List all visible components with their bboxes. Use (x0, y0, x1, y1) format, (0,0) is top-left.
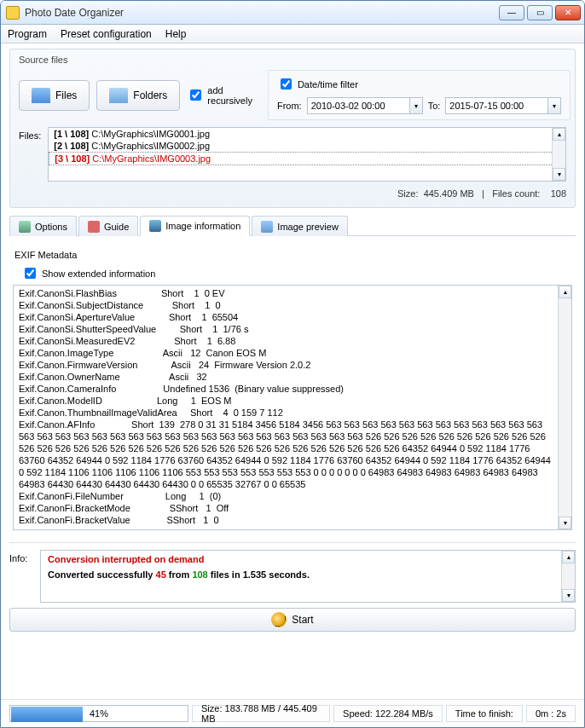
to-label: To: (428, 101, 441, 111)
status-bar: 41% Size: 183.788 MB / 445.409 MB Speed:… (1, 699, 584, 727)
add-recursively-checkbox[interactable]: add recursively (187, 85, 252, 106)
scrollbar[interactable]: ▴ ▾ (561, 551, 575, 602)
info-line-2: Converted successfully 45 from 108 files… (48, 569, 558, 580)
folders-button-label: Folders (133, 90, 167, 101)
menu-program[interactable]: Program (8, 28, 47, 40)
preview-icon (261, 221, 273, 233)
image-icon (149, 220, 161, 232)
scroll-down-icon[interactable]: ▾ (562, 589, 575, 602)
progress-text: 41% (10, 708, 188, 719)
list-item[interactable]: [3 \ 108] C:\MyGraphics\IMG0003.jpg (49, 152, 565, 165)
tab-options[interactable]: Options (9, 216, 77, 236)
source-stats: Size: 445.409 MB | Files count: 108 (19, 188, 566, 199)
wrench-icon (19, 221, 31, 233)
close-button[interactable]: ✕ (555, 5, 581, 20)
info-line-1: Conversion interrupted on demand (48, 554, 558, 564)
radiation-icon (271, 612, 287, 627)
files-list-label: Files: (19, 127, 41, 182)
status-speed: Speed: 122.284 MB/s (333, 705, 443, 722)
minimize-button[interactable]: — (499, 5, 524, 20)
menu-preset[interactable]: Preset configuration (61, 28, 152, 40)
tab-guide[interactable]: Guide (78, 216, 138, 236)
datetime-filter-checkbox[interactable]: Date/time filter (277, 76, 561, 92)
tab-image-information[interactable]: Image information (140, 216, 250, 236)
source-files-group: Source files Files Folders add recursive… (9, 49, 576, 208)
exif-text-area[interactable]: Exif.CanonSi.FlashBias Short 1 0 EV Exif… (13, 285, 572, 530)
status-ttf-label: Time to finish: (446, 705, 523, 722)
list-item[interactable]: [1 \ 108] C:\MyGraphics\IMG0001.jpg (49, 128, 565, 140)
window-title: Photo Date Organizer (25, 7, 499, 19)
menubar: Program Preset configuration Help (1, 25, 584, 43)
scrollbar[interactable]: ▴ ▾ (552, 128, 565, 181)
from-date-input[interactable] (307, 97, 409, 114)
exif-content: Exif.CanonSi.FlashBias Short 1 0 EV Exif… (19, 287, 554, 526)
from-date-dropdown[interactable]: ▾ (409, 97, 423, 114)
image-information-panel: EXIF Metadata Show extended information … (9, 241, 576, 535)
list-item[interactable]: [2 \ 108] C:\MyGraphics\IMG0002.jpg (49, 140, 565, 152)
progress-bar: 41% (9, 705, 188, 722)
file-icon (32, 88, 50, 103)
to-date-input[interactable] (445, 97, 547, 114)
scrollbar[interactable]: ▴ ▾ (558, 286, 571, 529)
folder-icon (109, 88, 128, 103)
scroll-up-icon[interactable]: ▴ (562, 551, 575, 563)
info-log[interactable]: Conversion interrupted on demand Convert… (40, 550, 576, 603)
datetime-filter-panel: Date/time filter From: ▾ To: ▾ (268, 70, 571, 120)
files-button[interactable]: Files (19, 80, 90, 111)
info-section: Info: Conversion interrupted on demand C… (9, 550, 576, 603)
scroll-up-icon[interactable]: ▴ (559, 286, 571, 298)
source-files-label: Source files (19, 55, 566, 65)
start-button-label: Start (292, 614, 313, 626)
tab-image-preview[interactable]: Image preview (252, 216, 348, 236)
maximize-button[interactable]: ▭ (527, 5, 553, 20)
show-extended-checkbox[interactable]: Show extended information (21, 265, 572, 281)
folders-button[interactable]: Folders (96, 80, 180, 111)
scroll-down-icon[interactable]: ▾ (559, 517, 571, 529)
titlebar: Photo Date Organizer — ▭ ✕ (1, 1, 584, 25)
scroll-down-icon[interactable]: ▾ (553, 168, 565, 181)
app-icon (6, 6, 20, 20)
files-list[interactable]: [1 \ 108] C:\MyGraphics\IMG0001.jpg [2 \… (48, 127, 566, 182)
book-icon (88, 221, 100, 233)
exif-header: EXIF Metadata (14, 250, 572, 260)
info-label: Info: (9, 550, 33, 603)
from-label: From: (277, 101, 302, 111)
start-button[interactable]: Start (9, 608, 576, 632)
status-size: Size: 183.788 MB / 445.409 MB (192, 705, 330, 722)
tab-strip: Options Guide Image information Image pr… (9, 215, 576, 236)
scroll-up-icon[interactable]: ▴ (553, 128, 565, 141)
files-button-label: Files (55, 90, 77, 101)
status-ttf-value: 0m : 2s (526, 705, 576, 722)
menu-help[interactable]: Help (165, 28, 187, 40)
to-date-dropdown[interactable]: ▾ (547, 97, 561, 114)
